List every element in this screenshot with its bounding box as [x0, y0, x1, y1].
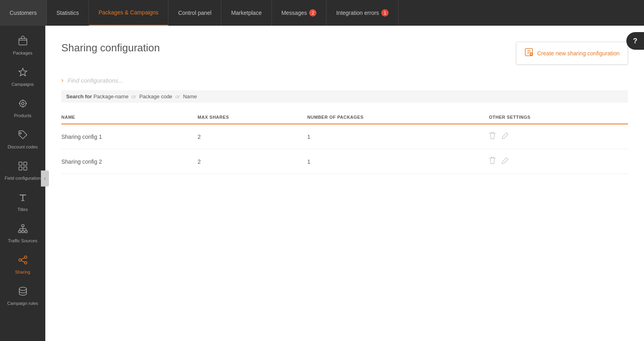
svg-rect-17 — [18, 231, 21, 233]
sidebar-label-campaigns: Campaigns — [12, 82, 34, 87]
page-header: Sharing configuration Create — [61, 42, 628, 65]
nav-badge-integration-errors: 1 — [381, 9, 389, 16]
search-hint: Search for Package-name or Package code … — [61, 90, 628, 103]
sidebar-label-packages: Packages — [13, 51, 32, 55]
search-chevron-icon: › — [61, 77, 63, 84]
row-0-action-icons — [489, 132, 622, 142]
search-area[interactable]: › Find configurations... — [61, 77, 628, 84]
nav-item-integration-errors[interactable]: Integration errors1 — [326, 0, 399, 26]
content-inner: Sharing configuration Create — [45, 26, 644, 341]
svg-point-2 — [20, 100, 26, 107]
crosshair-icon — [17, 98, 28, 112]
search-hint-or-1: or — [132, 93, 136, 99]
svg-point-3 — [22, 102, 24, 105]
network-icon — [17, 223, 28, 237]
database-icon — [17, 286, 28, 299]
sidebar-item-field-configuration[interactable]: Field configuration — [0, 155, 45, 186]
share-icon — [17, 254, 28, 268]
svg-point-26 — [19, 259, 21, 261]
nav-item-customers[interactable]: Customers — [0, 0, 47, 26]
nav-item-control-panel[interactable]: Control panel — [168, 0, 221, 26]
sidebar-item-campaigns[interactable]: Campaigns — [0, 61, 45, 92]
create-icon — [525, 48, 533, 59]
sharing-config-table: NAME MAX SHARES NUMBER OF PACKAGES OTHER… — [61, 111, 628, 174]
svg-rect-0 — [19, 39, 27, 45]
svg-rect-16 — [22, 225, 24, 227]
svg-rect-18 — [22, 231, 24, 233]
tag-icon — [17, 129, 28, 143]
svg-point-25 — [24, 256, 27, 258]
help-icon: ? — [633, 37, 638, 45]
sidebar-label-campaign-rules: Campaign rules — [7, 301, 38, 306]
row-1-delete-button[interactable] — [489, 156, 496, 166]
sidebar-label-traffic-sources: Traffic Sources — [8, 238, 37, 243]
star-icon — [17, 67, 28, 80]
sidebar: PackagesCampaignsProductsDiscount codesF… — [0, 26, 45, 341]
nav-item-marketplace[interactable]: Marketplace — [221, 0, 271, 26]
table-row: Sharing config 221 — [61, 149, 628, 174]
sidebar-item-campaign-rules[interactable]: Campaign rules — [0, 280, 45, 311]
row-1-edit-button[interactable] — [502, 157, 509, 166]
svg-point-8 — [20, 132, 21, 134]
page-title: Sharing configuration — [61, 42, 160, 54]
sidebar-collapse-button[interactable]: ‹ — [41, 170, 49, 187]
box-icon — [17, 35, 28, 49]
sidebar-item-products[interactable]: Products — [0, 92, 45, 124]
search-hint-label: Search for — [66, 93, 92, 99]
row-0-max-shares: 2 — [198, 124, 308, 149]
row-1-num-packages: 1 — [307, 149, 489, 174]
search-hint-or-2: or — [175, 93, 180, 99]
sidebar-label-products: Products — [14, 113, 31, 118]
sidebar-item-traffic-sources[interactable]: Traffic Sources — [0, 217, 45, 249]
top-nav: CustomersStatisticsPackages & CampaignsC… — [0, 0, 644, 26]
svg-line-28 — [21, 258, 24, 260]
sidebar-item-discount-codes[interactable]: Discount codes — [0, 124, 45, 155]
content-area: Sharing configuration Create — [45, 26, 644, 341]
sidebar-label-field-configuration: Field configuration — [5, 176, 41, 181]
svg-marker-1 — [19, 68, 27, 76]
search-hint-field-1: Package-name — [93, 93, 128, 99]
sidebar-item-packages[interactable]: Packages — [0, 30, 45, 61]
row-0-actions — [489, 124, 628, 149]
row-1-name: Sharing config 2 — [61, 149, 198, 174]
table-header: NAME MAX SHARES NUMBER OF PACKAGES OTHER… — [61, 111, 628, 124]
svg-rect-10 — [24, 162, 27, 165]
text-icon — [17, 192, 28, 205]
create-button-label: Create new sharing configuration — [537, 50, 620, 57]
svg-line-29 — [21, 261, 24, 262]
svg-rect-19 — [25, 231, 27, 233]
sidebar-item-titles[interactable]: Titles — [0, 186, 45, 217]
main-layout: PackagesCampaignsProductsDiscount codesF… — [0, 26, 644, 341]
col-num-packages: NUMBER OF PACKAGES — [307, 111, 489, 124]
nav-item-messages[interactable]: Messages2 — [272, 0, 327, 26]
sidebar-label-titles: Titles — [18, 207, 28, 212]
row-0-num-packages: 1 — [307, 124, 489, 149]
col-max-shares: MAX SHARES — [198, 111, 308, 124]
svg-rect-11 — [19, 167, 22, 170]
help-button[interactable]: ? — [626, 32, 644, 50]
sidebar-label-sharing: Sharing — [15, 270, 30, 274]
table-body: Sharing config 121Sharing config 221 — [61, 124, 628, 174]
nav-item-statistics[interactable]: Statistics — [47, 0, 89, 26]
row-0-delete-button[interactable] — [489, 132, 496, 142]
search-hint-field-2: Package code — [139, 93, 172, 99]
svg-rect-9 — [19, 162, 22, 165]
svg-point-27 — [24, 262, 27, 264]
search-hint-field-3: Name — [183, 93, 197, 99]
svg-rect-12 — [24, 167, 27, 170]
sidebar-item-sharing[interactable]: Sharing — [0, 249, 45, 280]
row-1-action-icons — [489, 156, 622, 166]
row-0-name: Sharing config 1 — [61, 124, 198, 149]
sidebar-label-discount-codes: Discount codes — [8, 144, 38, 149]
search-input[interactable]: Find configurations... — [67, 77, 123, 84]
svg-point-30 — [19, 287, 26, 290]
grid-icon — [17, 160, 28, 174]
nav-badge-messages: 2 — [309, 9, 316, 16]
row-1-max-shares: 2 — [198, 149, 308, 174]
col-name: NAME — [61, 111, 198, 124]
row-0-edit-button[interactable] — [502, 132, 509, 141]
table-row: Sharing config 121 — [61, 124, 628, 149]
create-sharing-config-button[interactable]: Create new sharing configuration — [516, 42, 628, 65]
row-1-actions — [489, 149, 628, 174]
nav-item-packages-campaigns[interactable]: Packages & Campaigns — [89, 0, 168, 26]
